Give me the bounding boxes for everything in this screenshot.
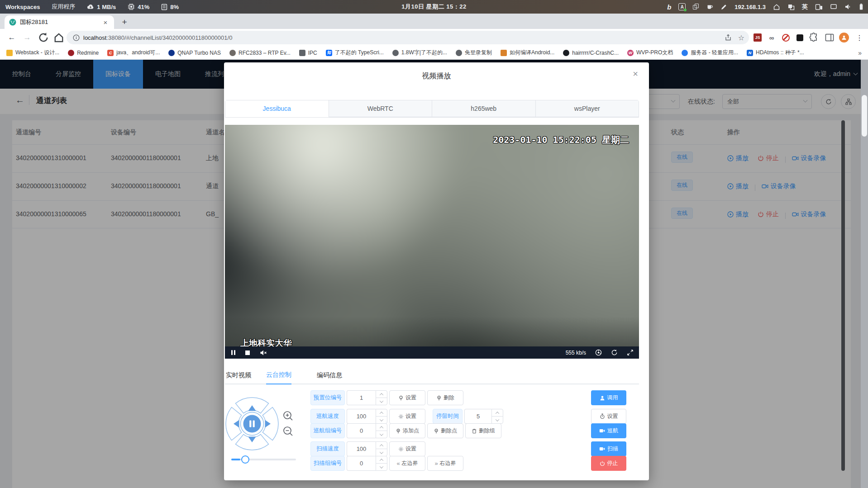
translate-tray-icon[interactable]: A — [678, 3, 686, 10]
home-tray-icon[interactable] — [773, 4, 780, 10]
bing-tray-icon[interactable]: b — [667, 3, 671, 11]
ptz-speed-slider[interactable] — [231, 459, 296, 460]
preset-value[interactable]: 1 — [347, 390, 376, 405]
stepper-down[interactable] — [376, 398, 387, 405]
input-method-indicator[interactable]: 英 — [802, 3, 808, 11]
back-button[interactable]: ← — [6, 32, 17, 43]
scan-speed-input[interactable]: 100 — [347, 441, 387, 456]
subtab-encoding-info[interactable]: 编码信息 — [317, 366, 342, 384]
extension-dark-icon[interactable] — [795, 33, 805, 43]
cup-tray-icon[interactable] — [706, 4, 713, 10]
number-stepper[interactable] — [376, 409, 387, 424]
extension-infinity-icon[interactable]: ∞ — [767, 33, 777, 43]
number-stepper[interactable] — [376, 390, 387, 405]
ptz-center-button[interactable] — [243, 415, 261, 433]
bookmarks-overflow-button[interactable]: » — [858, 49, 862, 57]
tab-webrtc[interactable]: WebRTC — [329, 100, 432, 117]
stepper-down[interactable] — [492, 417, 503, 423]
tab-h265web[interactable]: h265web — [432, 100, 535, 117]
stepper-down[interactable] — [376, 417, 387, 423]
share-icon[interactable] — [725, 34, 732, 41]
browser-scrollbar[interactable] — [861, 60, 868, 488]
browser-tab[interactable]: 国标28181 × — [5, 15, 114, 29]
stay-time-set-button[interactable]: 设置 — [591, 409, 626, 424]
stepper-down[interactable] — [376, 431, 387, 438]
ptz-stop-button[interactable]: 停止 — [591, 456, 626, 471]
scan-speed-value[interactable]: 100 — [347, 441, 376, 456]
stepper-up[interactable] — [376, 391, 387, 398]
left-bound-button[interactable]: «左边界 — [389, 456, 425, 471]
tab-wsplayer[interactable]: wsPlayer — [535, 100, 639, 117]
forward-button[interactable]: → — [22, 32, 33, 43]
tab-close-button[interactable]: × — [101, 18, 110, 26]
slider-knob[interactable] — [241, 455, 249, 464]
right-bound-button[interactable]: »右边界 — [427, 456, 463, 471]
cruise-speed-set-button[interactable]: 设置 — [389, 409, 425, 424]
cruise-speed-input[interactable]: 100 — [347, 409, 387, 424]
preset-set-button[interactable]: 设置 — [389, 390, 425, 405]
battery-tray-icon[interactable] — [859, 3, 863, 10]
browser-menu-icon[interactable]: ⋮ — [854, 33, 864, 43]
bookmark-item[interactable]: QNAP Turbo NAS — [168, 50, 221, 56]
video-player[interactable]: 2023-01-10 15:22:05 星期二 上地科实大华 555 kb/s — [225, 125, 639, 359]
number-stepper[interactable] — [376, 456, 387, 471]
bookmark-item[interactable]: IPC — [299, 50, 317, 56]
zoom-out-button[interactable] — [282, 426, 294, 437]
side-panel-icon[interactable] — [825, 33, 835, 43]
preset-number-input[interactable]: 1 — [347, 390, 387, 405]
bookmark-star-icon[interactable]: ☆ — [738, 33, 744, 42]
delete-point-button[interactable]: 删除点 — [427, 423, 463, 438]
scan-group-input[interactable]: 0 — [347, 456, 387, 471]
stepper-up[interactable] — [492, 409, 503, 417]
ptz-pad[interactable] — [225, 397, 279, 451]
pen-tray-icon[interactable] — [720, 4, 727, 10]
ip-address[interactable]: 192.168.1.3 — [734, 4, 766, 10]
bookmark-item[interactable]: 知了不起的 TypeScri... — [326, 49, 384, 57]
stepper-up[interactable] — [376, 456, 387, 464]
tab-jessibuca[interactable]: Jessibuca — [225, 100, 329, 117]
add-point-button[interactable]: 添加点 — [389, 423, 425, 438]
stepper-up[interactable] — [376, 442, 387, 449]
address-bar[interactable]: localhost:38080/#/channelList/3402000000… — [67, 31, 749, 44]
clipboard-tray-icon[interactable] — [693, 4, 699, 10]
home-button[interactable] — [53, 32, 64, 43]
bookmark-item[interactable]: hairrrrr/C-CrashC... — [563, 50, 619, 56]
bookmark-item[interactable]: 服务器 - 轻量应用... — [682, 49, 738, 57]
pause-button[interactable] — [231, 350, 235, 355]
preset-call-button[interactable]: 调用 — [591, 390, 626, 405]
stop-playback-button[interactable] — [245, 351, 250, 355]
cruise-group-value[interactable]: 0 — [347, 423, 376, 438]
subtab-live-video[interactable]: 实时视频 — [226, 366, 251, 384]
dialog-close-icon[interactable]: × — [633, 69, 638, 79]
fullscreen-icon[interactable] — [627, 349, 634, 356]
scan-group-value[interactable]: 0 — [347, 456, 376, 471]
stay-time-input[interactable]: 5 — [464, 409, 503, 424]
volume-tray-icon[interactable] — [844, 4, 852, 10]
bookmark-item[interactable]: NHDAtmos :: 种子 *... — [747, 49, 804, 57]
stepper-down[interactable] — [376, 449, 387, 456]
display-tray-icon[interactable] — [830, 4, 837, 10]
cruise-start-button[interactable]: 巡航 — [591, 423, 626, 438]
subtab-ptz-control[interactable]: 云台控制 — [266, 366, 291, 384]
number-stepper[interactable] — [376, 423, 387, 438]
devices-tray-icon[interactable] — [815, 4, 823, 10]
bookmark-item[interactable]: 如何编译Android... — [501, 49, 554, 57]
extension-js-icon[interactable]: JS — [753, 33, 763, 43]
number-stepper[interactable] — [376, 441, 387, 456]
number-stepper[interactable] — [491, 409, 503, 424]
scrollbar-thumb[interactable] — [862, 95, 867, 137]
stepper-up[interactable] — [376, 409, 387, 417]
stay-time-value[interactable]: 5 — [464, 409, 491, 424]
cruise-group-input[interactable]: 0 — [347, 423, 387, 438]
bookmark-item[interactable]: WWVP-PRO文档 — [627, 49, 673, 57]
extensions-puzzle-icon[interactable] — [809, 33, 819, 43]
bookmark-item[interactable]: 1.8W字|了不起的... — [392, 49, 447, 57]
bookmark-item[interactable]: Webstack - 设计... — [6, 49, 59, 57]
delete-group-button[interactable]: 删除组 — [465, 423, 501, 438]
mute-volume-button[interactable] — [260, 350, 267, 356]
window-switcher-icon[interactable] — [787, 4, 795, 10]
reload-button[interactable] — [38, 32, 49, 43]
profile-avatar[interactable] — [839, 33, 849, 43]
new-tab-button[interactable]: + — [119, 16, 130, 28]
scan-start-button[interactable]: 扫描 — [591, 441, 626, 456]
